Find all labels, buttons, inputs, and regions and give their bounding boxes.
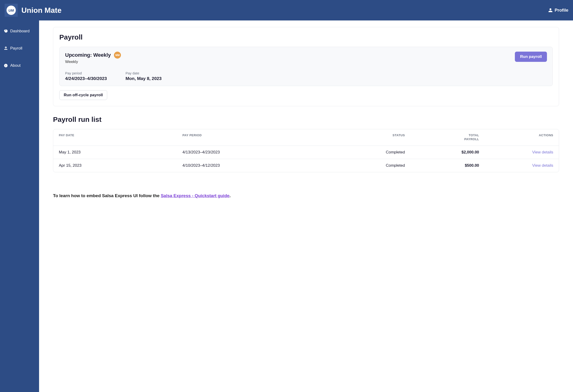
sidebar-item-label: Payroll: [10, 46, 22, 51]
pay-date-value: Mon, May 8, 2023: [125, 76, 162, 81]
payroll-card: Payroll Upcoming: Weekly MM Weekly Pay p…: [53, 27, 559, 106]
table-row: May 1, 2023 4/13/2023–4/23/2023 Complete…: [53, 146, 559, 159]
user-icon: [548, 8, 553, 13]
profile-label: Profile: [555, 8, 568, 13]
money-icon: [4, 46, 8, 51]
footer-link[interactable]: Salsa Express - Quickstart guide: [161, 193, 230, 198]
upcoming-subtitle: Weekly: [65, 59, 515, 64]
sidebar-item-label: About: [10, 63, 20, 68]
upcoming-info: Upcoming: Weekly MM Weekly Pay period 4/…: [65, 52, 515, 81]
logo-text: UM: [8, 8, 14, 12]
pay-period-block: Pay period 4/24/2023–4/30/2023: [65, 71, 107, 81]
sidebar-item-dashboard[interactable]: Dashboard: [0, 26, 39, 36]
cell-pay-date: May 1, 2023: [59, 150, 182, 155]
pay-date-label: Pay date: [125, 71, 162, 75]
pay-period-value: 4/24/2023–4/30/2023: [65, 76, 107, 81]
sidebar-item-label: Dashboard: [10, 29, 30, 34]
run-list-title: Payroll run list: [53, 116, 559, 124]
brand-name: Union Mate: [21, 6, 61, 15]
cell-pay-period: 4/10/2023–4/12/2023: [182, 163, 331, 168]
logo-circle: UM: [6, 6, 16, 15]
run-payroll-button[interactable]: Run payroll: [515, 52, 547, 62]
col-header-pay-date: PAY DATE: [59, 133, 182, 141]
cell-pay-date: Apr 15, 2023: [59, 163, 182, 168]
page-title: Payroll: [59, 33, 553, 41]
main-content: Payroll Upcoming: Weekly MM Weekly Pay p…: [39, 20, 573, 392]
sidebar-item-about[interactable]: About: [0, 60, 39, 71]
footer-text: To learn how to embed Salsa Express UI f…: [53, 193, 559, 198]
chart-pie-icon: [4, 29, 8, 33]
header: UM Union Mate Profile: [0, 0, 573, 20]
pay-period-label: Pay period: [65, 71, 107, 75]
sidebar-item-payroll[interactable]: Payroll: [0, 43, 39, 53]
upcoming-box: Upcoming: Weekly MM Weekly Pay period 4/…: [59, 47, 553, 86]
col-header-pay-period: PAY PERIOD: [182, 133, 331, 141]
footer-suffix: .: [230, 193, 231, 198]
table-header: PAY DATE PAY PERIOD STATUS TOTAL PAYROLL…: [53, 129, 559, 146]
run-off-cycle-button[interactable]: Run off-cycle payroll: [59, 90, 107, 100]
payroll-run-table: PAY DATE PAY PERIOD STATUS TOTAL PAYROLL…: [53, 129, 559, 172]
profile-link[interactable]: Profile: [548, 8, 568, 13]
col-header-status: STATUS: [331, 133, 405, 141]
logo: UM: [5, 4, 18, 17]
table-row: Apr 15, 2023 4/10/2023–4/12/2023 Complet…: [53, 159, 559, 172]
view-details-link[interactable]: View details: [532, 163, 553, 168]
cell-pay-period: 4/13/2023–4/23/2023: [182, 150, 331, 155]
footer-prefix: To learn how to embed Salsa Express UI f…: [53, 193, 161, 198]
info-icon: [4, 63, 8, 68]
sidebar: Dashboard Payroll About: [0, 20, 39, 392]
cell-total: $500.00: [405, 163, 479, 168]
pay-date-block: Pay date Mon, May 8, 2023: [125, 71, 162, 81]
col-header-actions: ACTIONS: [479, 133, 553, 141]
cell-status: Completed: [331, 150, 405, 155]
col-header-total: TOTAL PAYROLL: [405, 133, 479, 141]
avatar: MM: [114, 52, 121, 59]
upcoming-title: Upcoming: Weekly: [65, 52, 111, 58]
brand: UM Union Mate: [5, 4, 61, 17]
cell-status: Completed: [331, 163, 405, 168]
cell-total: $2,000.00: [405, 150, 479, 155]
view-details-link[interactable]: View details: [532, 150, 553, 154]
